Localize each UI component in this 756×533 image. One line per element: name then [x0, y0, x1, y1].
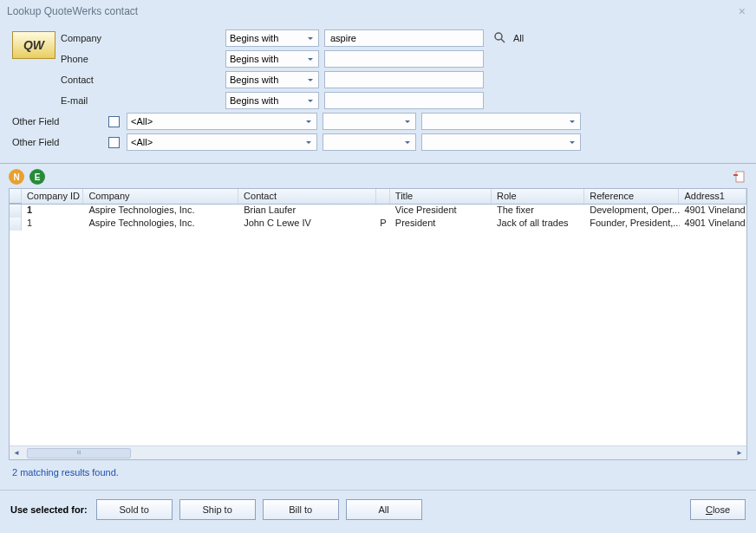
soldto-button[interactable]: Sold to — [96, 499, 173, 520]
company-label: Company — [61, 33, 101, 43]
col-contact[interactable]: Contact — [238, 189, 376, 204]
cell-p — [376, 205, 390, 218]
window-title: Lookup QuoteWerks contact — [7, 5, 138, 17]
email-label: E-mail — [61, 95, 88, 106]
cell-companyid: 1 — [22, 205, 84, 218]
cell-company: Aspire Technologies, Inc. — [83, 218, 238, 231]
new-badge-icon[interactable]: N — [9, 169, 24, 185]
col-address1[interactable]: Address1 — [679, 189, 746, 204]
grid-header: Company ID Company Contact Title Role Re… — [10, 189, 746, 205]
col-companyid[interactable]: Company ID — [22, 189, 84, 204]
phone-input[interactable] — [324, 50, 484, 68]
cell-title: President — [390, 218, 492, 231]
use-selected-label: Use selected for: — [10, 504, 88, 515]
other-field-2-checkbox[interactable] — [108, 137, 120, 148]
cell-contact: Brian Laufer — [238, 205, 376, 218]
close-icon[interactable]: × — [735, 4, 749, 18]
cell-contact: John C Lewe IV — [238, 218, 376, 231]
scroll-thumb[interactable] — [27, 448, 131, 458]
row-selector-header — [10, 189, 22, 204]
horizontal-scrollbar[interactable]: ◄ ► — [10, 445, 746, 459]
email-op-combo[interactable]: Begins with — [225, 92, 319, 109]
other-field-2-field-combo[interactable]: <All> — [127, 133, 317, 151]
other-field-1-field-combo[interactable]: <All> — [127, 113, 317, 130]
contact-op-combo[interactable]: Begins with — [225, 71, 319, 88]
svg-line-1 — [501, 39, 505, 42]
table-row[interactable]: 1 Aspire Technologies, Inc. Brian Laufer… — [10, 205, 746, 218]
phone-label: Phone — [61, 54, 88, 64]
svg-rect-2 — [736, 172, 744, 182]
row-selector[interactable] — [10, 218, 22, 231]
edit-badge-icon[interactable]: E — [29, 169, 45, 185]
row-selector[interactable] — [10, 205, 22, 218]
cell-title: Vice President — [390, 205, 492, 218]
company-input[interactable] — [324, 29, 484, 47]
other-field-2-label: Other Field — [9, 137, 91, 147]
other-field-1-op-combo[interactable] — [323, 113, 416, 130]
col-company[interactable]: Company — [83, 189, 238, 204]
other-field-2-value-combo[interactable] — [421, 133, 581, 151]
scroll-right-icon[interactable]: ► — [733, 446, 746, 460]
cell-reference: Development, Oper... — [584, 205, 679, 218]
cell-role: Jack of all trades — [492, 218, 584, 231]
close-button[interactable]: Close — [690, 499, 746, 520]
email-input[interactable] — [324, 92, 484, 109]
col-reference[interactable]: Reference — [584, 189, 679, 204]
table-row[interactable]: 1 Aspire Technologies, Inc. John C Lewe … — [10, 218, 746, 231]
billto-button[interactable]: Bill to — [263, 499, 339, 520]
cell-companyid: 1 — [22, 218, 84, 231]
all-label: All — [513, 33, 524, 43]
company-op-combo[interactable]: Begins with — [225, 29, 319, 47]
status-text: 2 matching results found. — [0, 460, 756, 484]
col-role[interactable]: Role — [492, 189, 584, 204]
export-icon[interactable] — [732, 169, 747, 185]
svg-point-0 — [495, 33, 502, 40]
scroll-left-icon[interactable]: ◄ — [10, 446, 23, 460]
other-field-1-value-combo[interactable] — [421, 113, 581, 130]
contact-input[interactable] — [324, 71, 484, 88]
other-field-2-op-combo[interactable] — [323, 133, 416, 151]
grid-body: 1 Aspire Technologies, Inc. Brian Laufer… — [10, 205, 746, 231]
cell-role: The fixer — [492, 205, 584, 218]
phone-op-combo[interactable]: Begins with — [225, 50, 319, 68]
col-title[interactable]: Title — [390, 189, 492, 204]
shipto-button[interactable]: Ship to — [179, 499, 256, 520]
cell-address1: 4901 Vineland — [680, 218, 746, 231]
cell-p: P — [376, 218, 390, 231]
bottom-bar: Use selected for: Sold to Ship to Bill t… — [0, 491, 756, 529]
cell-address1: 4901 Vineland — [680, 205, 746, 218]
search-icon[interactable] — [492, 30, 508, 46]
contact-label: Contact — [61, 75, 94, 85]
cell-company: Aspire Technologies, Inc. — [83, 205, 238, 218]
other-field-1-checkbox[interactable] — [108, 116, 120, 127]
cell-reference: Founder, President,... — [584, 218, 679, 231]
col-p[interactable] — [376, 189, 390, 204]
other-field-1-label: Other Field — [9, 116, 91, 127]
all-button[interactable]: All — [346, 499, 422, 520]
search-panel: QW Company Begins with All Phone Begins … — [0, 23, 756, 164]
results-grid: Company ID Company Contact Title Role Re… — [9, 188, 747, 460]
app-logo: QW — [12, 31, 55, 59]
toolbar: N E — [0, 164, 756, 188]
titlebar: Lookup QuoteWerks contact × — [0, 0, 756, 23]
